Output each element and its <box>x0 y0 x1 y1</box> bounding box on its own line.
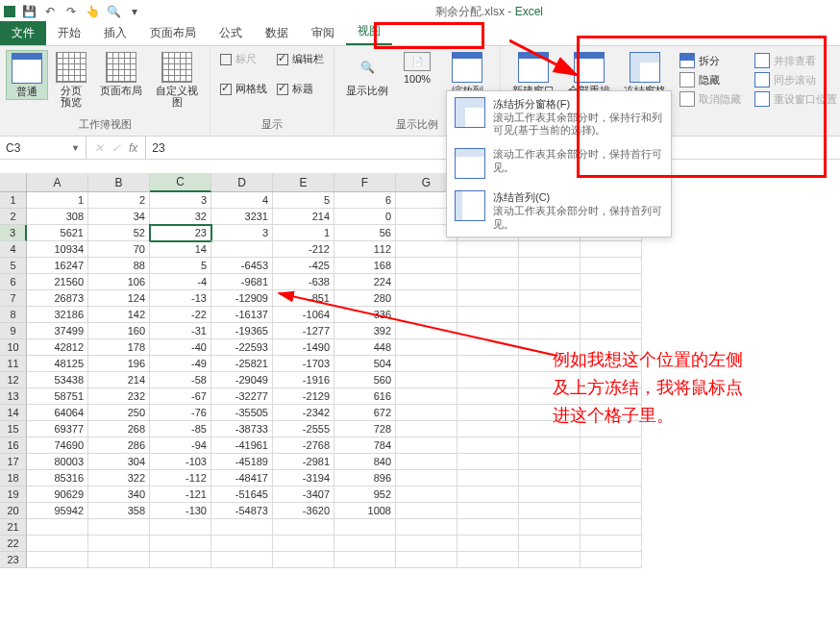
cell[interactable]: 52 <box>88 225 150 241</box>
tab-data[interactable]: 数据 <box>254 21 300 45</box>
cell[interactable] <box>581 470 642 487</box>
cell[interactable] <box>396 290 457 307</box>
row-header-5[interactable]: 5 <box>0 258 27 274</box>
cell[interactable]: -25821 <box>211 356 273 372</box>
name-box-dropdown-icon[interactable]: ▼ <box>71 143 80 153</box>
cell[interactable]: -3194 <box>273 470 334 487</box>
cell[interactable] <box>581 323 642 339</box>
cell[interactable]: 952 <box>334 487 396 503</box>
cell[interactable]: 16247 <box>27 258 88 274</box>
cell[interactable] <box>396 437 457 454</box>
row-header-20[interactable]: 20 <box>0 503 27 519</box>
col-header-F[interactable]: F <box>334 173 396 192</box>
cell[interactable] <box>519 290 581 307</box>
cell[interactable] <box>396 519 457 536</box>
tab-view[interactable]: 视图 <box>346 19 392 45</box>
cell[interactable] <box>519 519 581 536</box>
cell[interactable] <box>273 536 334 552</box>
cell[interactable] <box>457 290 519 307</box>
cell[interactable] <box>581 552 642 568</box>
cell[interactable] <box>396 339 457 356</box>
cell[interactable]: 85316 <box>27 470 88 487</box>
cell[interactable]: -41961 <box>211 437 273 454</box>
cell[interactable]: 232 <box>88 388 150 405</box>
cell[interactable]: -2129 <box>273 388 334 405</box>
cell[interactable] <box>457 388 519 405</box>
cell[interactable]: -51645 <box>211 487 273 503</box>
row-header-4[interactable]: 4 <box>0 241 27 258</box>
tab-review[interactable]: 审阅 <box>300 21 346 45</box>
cell[interactable] <box>211 552 273 568</box>
cell[interactable] <box>396 454 457 470</box>
row-header-18[interactable]: 18 <box>0 470 27 487</box>
cell[interactable]: 34 <box>88 209 150 225</box>
cell[interactable] <box>519 536 581 552</box>
cell[interactable]: 70 <box>88 241 150 258</box>
cell[interactable] <box>334 519 396 536</box>
cell[interactable] <box>457 323 519 339</box>
select-all-corner[interactable] <box>0 173 27 192</box>
cell[interactable]: 53438 <box>27 372 88 388</box>
col-header-C[interactable]: C <box>150 173 211 192</box>
cell[interactable]: -76 <box>150 405 211 421</box>
cell[interactable] <box>273 519 334 536</box>
cell[interactable] <box>457 470 519 487</box>
cell[interactable]: 280 <box>334 290 396 307</box>
name-box[interactable]: C3 ▼ <box>0 137 86 159</box>
cell[interactable]: 308 <box>27 209 88 225</box>
cell[interactable] <box>27 552 88 568</box>
cell[interactable] <box>519 487 581 503</box>
cell[interactable]: -103 <box>150 454 211 470</box>
cell[interactable]: 124 <box>88 290 150 307</box>
cell[interactable] <box>581 258 642 274</box>
cell[interactable]: 214 <box>88 372 150 388</box>
cell[interactable]: 504 <box>334 356 396 372</box>
cell[interactable]: -1277 <box>273 323 334 339</box>
cell[interactable] <box>150 519 211 536</box>
cell[interactable] <box>396 487 457 503</box>
cell[interactable]: 358 <box>88 503 150 519</box>
menu-freeze-top-row[interactable]: 滚动工作表其余部分时，保持首行可见。 <box>447 142 671 185</box>
cell[interactable] <box>88 536 150 552</box>
btn-split[interactable]: 拆分 <box>678 52 743 69</box>
cell[interactable] <box>396 421 457 437</box>
cell[interactable]: 1008 <box>334 503 396 519</box>
cell[interactable]: 6 <box>334 192 396 209</box>
row-header-13[interactable]: 13 <box>0 388 27 405</box>
cell[interactable]: -35505 <box>211 405 273 421</box>
redo-icon[interactable]: ↷ <box>63 4 79 19</box>
row-header-12[interactable]: 12 <box>0 372 27 388</box>
cell[interactable]: 5 <box>150 258 211 274</box>
cell[interactable] <box>457 405 519 421</box>
cell[interactable]: 32186 <box>27 307 88 323</box>
cell[interactable] <box>334 536 396 552</box>
cell[interactable]: 64064 <box>27 405 88 421</box>
cell[interactable]: 142 <box>88 307 150 323</box>
row-header-6[interactable]: 6 <box>0 274 27 290</box>
cell[interactable]: -54873 <box>211 503 273 519</box>
cell[interactable] <box>334 552 396 568</box>
cell[interactable] <box>581 503 642 519</box>
save-icon[interactable]: 💾 <box>21 4 37 19</box>
row-header-8[interactable]: 8 <box>0 307 27 323</box>
cell[interactable] <box>581 290 642 307</box>
cell[interactable]: -22 <box>150 307 211 323</box>
cell[interactable]: -16137 <box>211 307 273 323</box>
cell[interactable] <box>581 339 642 356</box>
excel-icon[interactable] <box>4 6 15 17</box>
cell[interactable]: -121 <box>150 487 211 503</box>
touch-icon[interactable]: 👆 <box>85 4 100 19</box>
cell[interactable]: 23 <box>150 225 211 241</box>
cell[interactable]: -1490 <box>273 339 334 356</box>
cell[interactable]: -22593 <box>211 339 273 356</box>
cell[interactable] <box>519 274 581 290</box>
cell[interactable] <box>211 519 273 536</box>
cell[interactable]: 1 <box>27 192 88 209</box>
row-header-3[interactable]: 3 <box>0 225 27 241</box>
cell[interactable] <box>457 258 519 274</box>
cell[interactable] <box>519 470 581 487</box>
cell[interactable]: 37499 <box>27 323 88 339</box>
row-header-14[interactable]: 14 <box>0 405 27 421</box>
cell[interactable]: 74690 <box>27 437 88 454</box>
btn-hide[interactable]: 隐藏 <box>678 71 743 88</box>
